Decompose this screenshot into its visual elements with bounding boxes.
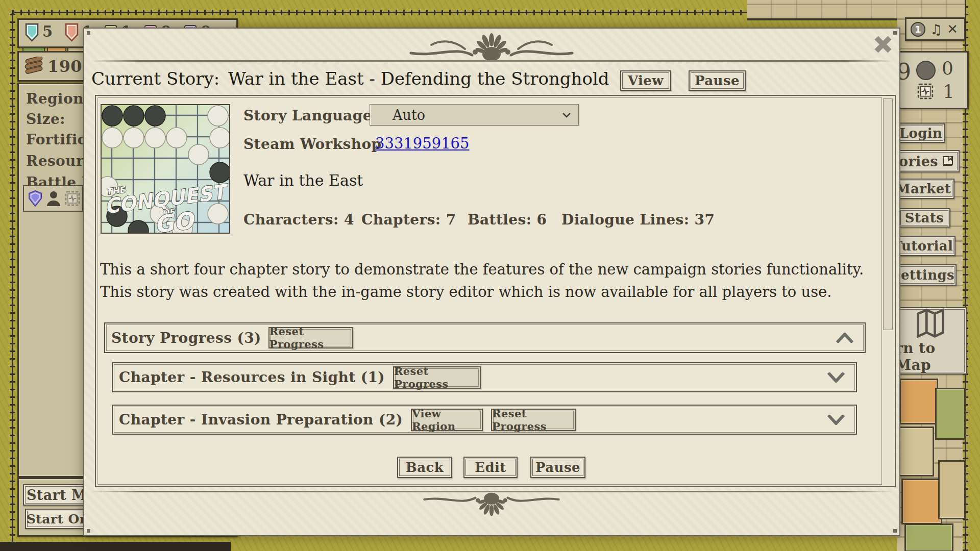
shield-teal-icon — [25, 23, 39, 42]
header-rule — [90, 60, 893, 62]
pause-button-bottom[interactable]: Pause — [530, 457, 585, 478]
person-icon[interactable] — [46, 191, 61, 206]
steam-workshop-label: Steam Workshop — [243, 136, 381, 153]
reset-progress-button[interactable]: Reset Progress — [268, 327, 353, 348]
dialog-title: War in the East - Defending the Strongho… — [228, 68, 609, 89]
edit-button[interactable]: Edit — [463, 457, 518, 478]
close-icon[interactable] — [872, 34, 894, 55]
story-progress-label: Story Progress (3) — [111, 330, 261, 346]
stone-count: 0 — [942, 58, 953, 79]
stats-label: Stats — [905, 210, 944, 226]
story-description: This a short four chapter story to demon… — [100, 258, 871, 303]
patch-field — [935, 388, 966, 440]
mute-close-icon[interactable]: ✕ — [947, 21, 958, 37]
sidebar-market-button[interactable]: Market — [892, 179, 954, 199]
stat-chapters: Chapters: 7 — [361, 211, 456, 228]
pause-label: Pause — [695, 73, 740, 88]
scrollbar-track[interactable] — [881, 97, 893, 485]
stat-battles: Battles: 6 — [468, 211, 547, 228]
dialog-title-label: Current Story: — [91, 68, 219, 89]
pause-bottom-label: Pause — [535, 460, 580, 475]
chevron-down-icon — [562, 112, 571, 118]
stat-characters: Characters: 4 — [243, 211, 354, 228]
login-label: Login — [899, 126, 943, 141]
corner-mark — [87, 31, 90, 35]
patch-field — [901, 479, 942, 524]
settings-label: Settings — [891, 267, 954, 283]
view-region-button[interactable]: View Region — [411, 409, 483, 431]
chevron-down-icon[interactable] — [827, 415, 845, 425]
music-toggle-icon[interactable]: ♫ — [930, 21, 942, 37]
current-story-dialog: Current Story: War in the East - Defendi… — [83, 28, 900, 536]
resource-value: 5 — [42, 23, 53, 40]
story-name: War in the East — [243, 171, 363, 189]
turn-counter-badge: 1 — [911, 22, 925, 37]
sidebar-stats-button[interactable]: Stats — [898, 208, 950, 228]
chapter-2-reset-label: Reset Progress — [492, 407, 575, 433]
map-border-left — [10, 10, 15, 551]
chapter-1-reset-label: Reset Progress — [394, 365, 480, 390]
chapter-2-reset-button[interactable]: Reset Progress — [491, 409, 576, 431]
region-icon-row — [23, 185, 83, 212]
description-line-2: This story was created with the in-game … — [100, 281, 871, 303]
patch-field — [898, 427, 934, 477]
scrollbar-thumb[interactable] — [883, 98, 893, 330]
flourish-ornament-top — [405, 32, 578, 62]
story-content-panel: THE CONQUEST OF GO Story Language Auto S… — [95, 95, 896, 487]
game-screen: 5 1 1 0 0 1906 W Region: Size: 1 Fortifi… — [0, 0, 980, 551]
back-label: Back — [406, 460, 444, 475]
patch-field — [904, 523, 953, 551]
view-label: View — [628, 73, 664, 88]
wood-logs-icon — [24, 57, 44, 74]
chapter-invasion-preparation-row[interactable]: Chapter - Invasion Preparation (2) View … — [112, 405, 857, 435]
chapter-resources-in-sight-row[interactable]: Chapter - Resources in Sight (1) Reset P… — [112, 362, 857, 392]
market-label: Market — [896, 181, 951, 196]
tutorial-label: Tutorial — [893, 238, 953, 254]
back-button[interactable]: Back — [397, 457, 452, 478]
sidebar-login-button[interactable]: Login — [896, 123, 945, 143]
chapter-1-reset-button[interactable]: Reset Progress — [393, 366, 481, 389]
story-language-label: Story Language — [243, 107, 372, 124]
workshop-id-link[interactable]: 3331959165 — [375, 135, 470, 152]
chapter-2-title: Chapter - Invasion Preparation (2) — [119, 411, 403, 428]
ai-count: 1 — [943, 81, 954, 102]
conquest-of-go-cover: THE CONQUEST OF GO — [102, 105, 229, 233]
chevron-down-icon[interactable] — [827, 372, 845, 383]
corner-mark — [893, 529, 897, 533]
patch-field — [938, 460, 966, 519]
logo-go: GO — [153, 206, 198, 233]
description-line-1: This a short four chapter story to demon… — [100, 258, 871, 281]
story-progress-header[interactable]: Story Progress (3) Reset Progress — [104, 322, 866, 353]
music-panel: 1 ♫ ✕ — [905, 17, 965, 41]
reset-progress-label: Reset Progress — [270, 325, 352, 350]
return-map-label: rn to Map — [895, 340, 966, 373]
chip-icon[interactable] — [65, 191, 80, 206]
corner-mark — [87, 529, 90, 533]
stat-dialogue-lines: Dialogue Lines: 37 — [561, 211, 715, 228]
view-button[interactable]: View — [620, 70, 671, 91]
pause-button-top[interactable]: Pause — [689, 70, 746, 91]
return-to-map-button[interactable]: rn to Map — [894, 307, 967, 374]
bottom-dark-band — [0, 542, 231, 551]
story-thumbnail: THE CONQUEST OF GO — [101, 104, 230, 234]
shield-purple-icon[interactable] — [28, 190, 42, 207]
ai-chip-icon — [917, 83, 934, 99]
edit-label: Edit — [475, 460, 506, 475]
chapter-1-title: Chapter - Resources in Sight (1) — [119, 369, 385, 386]
story-language-dropdown[interactable]: Auto — [370, 104, 579, 126]
patch-field — [899, 379, 938, 424]
shield-orange-icon — [65, 23, 79, 42]
map-border-top — [13, 10, 748, 15]
view-region-label: View Region — [412, 407, 482, 433]
book-icon — [942, 156, 954, 167]
flourish-ornament-bottom — [405, 492, 578, 517]
score-panel: 9 0 1 — [894, 51, 969, 109]
resources-label: Resourc — [26, 153, 92, 169]
stone-icon — [916, 61, 936, 80]
corner-mark — [893, 31, 897, 35]
map-icon — [912, 308, 949, 339]
language-selected-value: Auto — [370, 107, 425, 123]
region-label: Region: — [26, 90, 89, 107]
chevron-up-icon[interactable] — [836, 333, 853, 343]
